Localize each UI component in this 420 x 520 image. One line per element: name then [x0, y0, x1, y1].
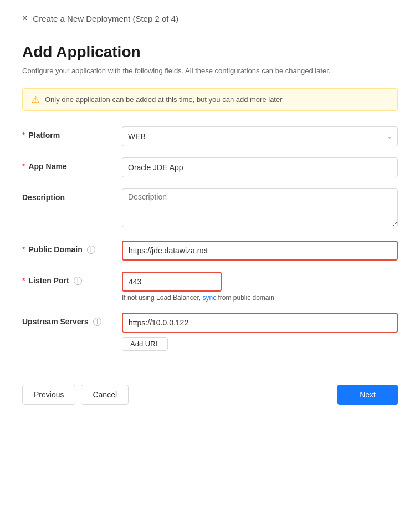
footer-buttons: Previous Cancel Next [22, 385, 398, 405]
description-row: Description [22, 188, 398, 230]
info-icon: ⚠ [32, 94, 39, 105]
page-subtitle: Configure your application with the foll… [22, 67, 398, 75]
listen-port-field: If not using Load Balancer, sync from pu… [122, 272, 398, 302]
required-marker: * [22, 245, 25, 254]
required-marker: * [22, 162, 25, 171]
add-url-button[interactable]: Add URL [122, 337, 168, 351]
next-button[interactable]: Next [337, 385, 398, 405]
required-marker: * [22, 131, 25, 140]
public-domain-input[interactable] [122, 241, 398, 261]
listen-port-hint: If not using Load Balancer, sync from pu… [122, 294, 398, 302]
public-domain-row: * Public Domain i [22, 241, 398, 261]
listen-port-row: * Listen Port i If not using Load Balanc… [22, 272, 398, 302]
description-field [122, 188, 398, 230]
platform-select[interactable]: WEB Mobile API [122, 126, 398, 146]
dialog-header: × Create a New Deployment (Step 2 of 4) [22, 13, 398, 23]
info-icon[interactable]: i [74, 277, 82, 285]
upstream-servers-row: Upstream Servers i Add URL [22, 313, 398, 351]
alert-text: Only one application can be added at thi… [45, 95, 283, 104]
upstream-servers-input[interactable] [122, 313, 398, 333]
alert-banner: ⚠ Only one application can be added at t… [22, 88, 398, 111]
description-textarea[interactable] [122, 188, 398, 227]
required-marker: * [22, 276, 25, 285]
info-icon[interactable]: i [87, 246, 95, 254]
app-name-input[interactable] [122, 157, 398, 177]
app-name-row: * App Name [22, 157, 398, 177]
description-label: Description [22, 188, 122, 202]
app-name-label: * App Name [22, 157, 122, 171]
cancel-button[interactable]: Cancel [81, 385, 129, 405]
platform-row: * Platform WEB Mobile API ⌄ [22, 126, 398, 146]
platform-field: WEB Mobile API ⌄ [122, 126, 398, 146]
sync-link[interactable]: sync [202, 294, 216, 302]
listen-port-label: * Listen Port i [22, 272, 122, 285]
platform-label: * Platform [22, 126, 122, 140]
upstream-servers-field: Add URL [122, 313, 398, 351]
previous-button[interactable]: Previous [22, 385, 75, 405]
upstream-servers-label: Upstream Servers i [22, 313, 122, 326]
public-domain-field [122, 241, 398, 261]
public-domain-label: * Public Domain i [22, 241, 122, 254]
page-title: Add Application [22, 43, 398, 61]
app-name-field [122, 157, 398, 177]
platform-select-wrapper: WEB Mobile API ⌄ [122, 126, 398, 146]
close-icon[interactable]: × [22, 13, 27, 23]
divider [22, 368, 398, 368]
footer-left-buttons: Previous Cancel [22, 385, 129, 405]
dialog-title: Create a New Deployment (Step 2 of 4) [33, 14, 178, 23]
info-icon[interactable]: i [93, 318, 101, 326]
listen-port-input[interactable] [122, 272, 222, 292]
